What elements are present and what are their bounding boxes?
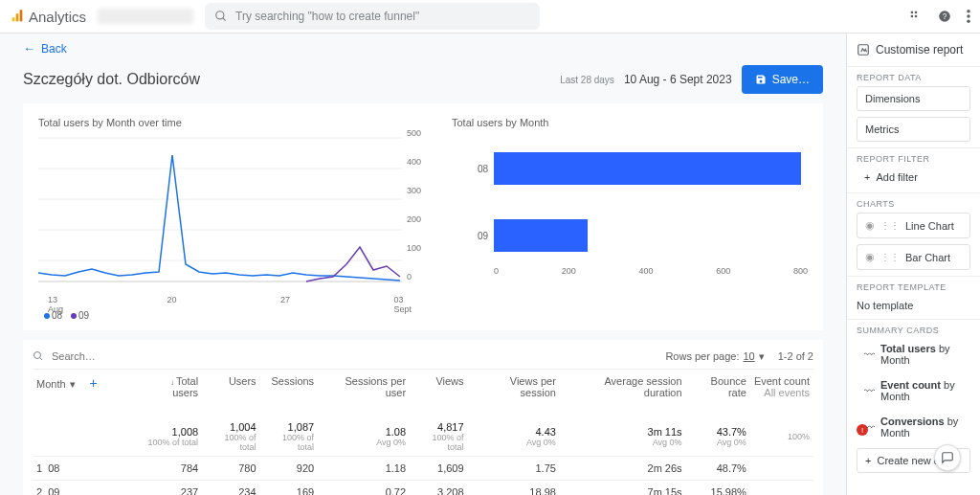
visibility-icon[interactable]: ◉ [865, 219, 875, 232]
report-title: Szczegóły dot. Odbiorców [23, 71, 200, 88]
more-icon[interactable] [967, 10, 970, 23]
analytics-logo-icon [10, 9, 25, 24]
rpp-value[interactable]: 10 [743, 350, 754, 362]
dimension-header[interactable]: Month ▾ [36, 378, 76, 391]
col-sessions-per-user[interactable]: Sessions per user [318, 370, 410, 416]
table-row[interactable]: 2 09 2372341690.723,20818.987m 15s15.98% [33, 481, 813, 496]
svg-rect-2 [20, 10, 23, 21]
col-avg-session-duration[interactable]: Average session duration [560, 370, 686, 416]
svg-rect-6 [915, 11, 917, 13]
back-link[interactable]: ← Back [23, 41, 67, 56]
col-sessions[interactable]: Sessions [260, 370, 319, 416]
svg-line-4 [223, 18, 226, 21]
svg-rect-1 [16, 13, 19, 21]
add-dimension-button[interactable]: + [86, 375, 101, 391]
bar-chart-card: Total users by Month 08 09 0200400600800 [436, 103, 823, 330]
drag-handle-icon[interactable]: ⋮⋮ [880, 254, 900, 261]
drag-handle-icon[interactable]: ⋮⋮ [880, 222, 900, 230]
table-row[interactable]: 1 08 7847809201.181,6091.752m 26s48.7% [33, 457, 813, 481]
svg-rect-7 [911, 15, 913, 17]
svg-rect-5 [911, 11, 913, 13]
feedback-icon [941, 451, 954, 464]
save-button[interactable]: Save… [742, 65, 823, 94]
chevron-down-icon: ▾ [70, 378, 76, 391]
property-name-blurred[interactable] [98, 9, 193, 24]
col-users[interactable]: Users [202, 370, 259, 416]
col-event-count[interactable]: Event countAll events [750, 370, 813, 416]
line-chart [38, 128, 421, 291]
apps-icon[interactable] [909, 10, 923, 23]
dimensions-button[interactable]: Dimensions [857, 86, 970, 111]
feedback-button[interactable] [934, 444, 961, 471]
customise-icon [857, 43, 870, 56]
svg-text:?: ? [943, 12, 947, 21]
add-filter-button[interactable]: +Add filter [857, 168, 970, 187]
line-chart-card: Total users by Month over time 500400300… [23, 103, 436, 330]
metrics-button[interactable]: Metrics [857, 117, 970, 142]
summary-card-item[interactable]: 〰Event count by Month [857, 375, 970, 406]
col-total-users[interactable]: ↓Total users [138, 370, 202, 416]
product-name: Analytics [29, 9, 86, 25]
search-icon [33, 350, 44, 362]
svg-line-21 [40, 358, 43, 361]
table-search-input[interactable] [50, 349, 165, 363]
svg-point-11 [967, 10, 970, 13]
summary-row: 1,008100% of total 1,004100% of total 1,… [33, 416, 813, 457]
customise-panel: Customise report REPORT DATA Dimensions … [846, 34, 980, 495]
customise-title: Customise report [876, 43, 963, 56]
search-placeholder: Try searching "how to create funnel" [235, 10, 419, 23]
summary-card-item[interactable]: 〰Total users by Month [857, 339, 970, 370]
save-icon [755, 74, 767, 85]
svg-point-13 [967, 20, 970, 24]
global-search[interactable]: Try searching "how to create funnel" [205, 3, 540, 30]
bar-chart-item[interactable]: ◉⋮⋮Bar Chart [857, 244, 970, 270]
date-range-value[interactable]: 10 Aug - 6 Sept 2023 [624, 73, 732, 86]
template-value: No template [847, 296, 980, 319]
bar-chart: 08 09 0200400600800 [471, 128, 808, 291]
summary-card-item[interactable]: 〰Conversions by Month [857, 412, 970, 442]
svg-point-20 [34, 352, 41, 359]
rpp-label: Rows per page: [665, 350, 739, 362]
product-logo[interactable]: Analytics [10, 9, 86, 25]
help-icon[interactable]: ? [938, 10, 951, 23]
chevron-down-icon[interactable]: ▾ [759, 350, 765, 363]
error-badge[interactable]: ! [857, 424, 868, 436]
line-x-ticks: 13Aug202703Sept [48, 295, 412, 314]
col-views-per-session[interactable]: Views per session [468, 370, 560, 416]
line-chart-item[interactable]: ◉⋮⋮Line Chart [857, 213, 970, 238]
main-content: ← Back Szczegóły dot. Odbiorców Last 28 … [0, 34, 846, 495]
line-y-ticks: 5004003002001000 [407, 128, 421, 281]
data-table: Month ▾ + ↓Total users Users Sessions Se… [33, 369, 813, 495]
search-icon [214, 10, 228, 23]
visibility-icon[interactable]: ◉ [865, 251, 875, 263]
trend-icon: 〰 [864, 349, 875, 360]
col-views[interactable]: Views [410, 370, 467, 416]
table-pager: 1-2 of 2 [778, 350, 813, 362]
app-header: Analytics Try searching "how to create f… [0, 0, 980, 34]
table-search[interactable] [33, 349, 665, 363]
date-range-label: Last 28 days [560, 75, 614, 85]
arrow-left-icon: ← [23, 41, 35, 56]
col-bounce-rate[interactable]: Bounce rate [686, 370, 750, 416]
svg-point-12 [967, 14, 970, 18]
svg-rect-8 [915, 15, 917, 17]
bar-chart-title: Total users by Month [452, 117, 808, 128]
svg-rect-0 [12, 17, 15, 21]
data-table-card: Rows per page: 10 ▾ 1-2 of 2 Month ▾ + [23, 340, 823, 495]
line-chart-title: Total users by Month over time [38, 117, 421, 128]
svg-point-3 [216, 11, 224, 19]
trend-icon: 〰 [864, 385, 875, 396]
bar-x-ticks: 0200400600800 [494, 266, 808, 276]
